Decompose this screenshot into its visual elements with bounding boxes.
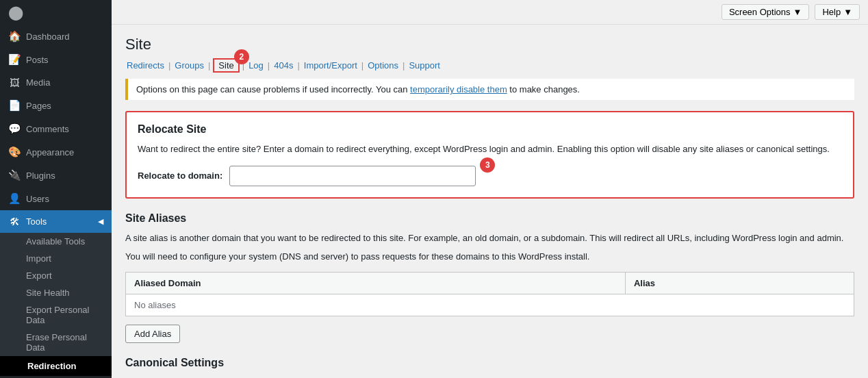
help-chevron: ▼ [843,7,852,17]
table-row: No aliases [126,294,854,316]
relocate-form-row: Relocate to domain: 3 [138,166,842,186]
relocate-input-wrapper: 3 [229,166,476,186]
nav-tabs: Redirects | Groups | Site 2 | Log | 404s… [125,60,854,71]
page-content: Site Redirects | Groups | Site 2 | Log |… [112,25,868,378]
sidebar-item-pages[interactable]: 📄 Pages [0,94,112,117]
col-alias: Alias [625,272,854,294]
help-button[interactable]: Help ▼ [815,4,860,20]
aliases-desc1: A site alias is another domain that you … [125,231,854,245]
main-content: Screen Options ▼ Help ▼ Site Redirects |… [112,0,868,378]
sidebar-item-label: Appearance [26,147,74,158]
submenu-redirection[interactable]: Redirection [0,356,112,376]
canonical-section: Canonical Settings [125,357,854,369]
topbar: Screen Options ▼ Help ▼ [112,0,868,25]
notice-suffix: to make changes. [507,84,580,94]
submenu-export-personal[interactable]: Export Personal Data [0,301,112,329]
aliases-section: Site Aliases A site alias is another dom… [125,212,854,343]
submenu-site-health[interactable]: Site Health [0,284,112,301]
sidebar-item-tools[interactable]: 🛠 Tools ◀ [0,210,112,233]
badge-3: 3 [480,158,495,173]
add-alias-button[interactable]: Add Alias [125,325,180,343]
plugins-icon: 🔌 [8,169,21,181]
aliases-desc2: You will need to configure your system (… [125,250,854,264]
sidebar-item-label: Pages [26,101,51,111]
aliases-title: Site Aliases [125,212,854,225]
submenu-import[interactable]: Import [0,250,112,267]
media-icon: 🖼 [8,77,21,88]
relocate-box: Relocate Site Want to redirect the entir… [125,111,854,199]
sidebar-item-label: Comments [26,124,69,134]
no-aliases-cell: No aliases [126,294,854,316]
appearance-icon: 🎨 [8,146,21,158]
tools-submenu: Available Tools Import Export Site Healt… [0,233,112,376]
dashboard-icon: 🏠 [8,30,21,42]
users-icon: 👤 [8,192,21,205]
relocate-title: Relocate Site [138,123,842,136]
submenu-export[interactable]: Export [0,267,112,284]
sidebar-item-label: Plugins [26,171,55,181]
comments-icon: 💬 [8,123,21,135]
sidebar-item-label: Dashboard [26,32,70,42]
screen-options-button[interactable]: Screen Options ▼ [722,4,809,20]
tab-log[interactable]: Log [247,60,265,71]
tab-support[interactable]: Support [407,60,442,71]
tab-redirects[interactable]: Redirects [125,60,166,71]
tools-icon: 🛠 [8,216,21,227]
submenu-available-tools[interactable]: Available Tools [0,233,112,250]
submenu-erase-personal[interactable]: Erase Personal Data [0,329,112,356]
sidebar-item-users[interactable]: 👤 Users [0,187,112,210]
screen-options-chevron: ▼ [793,7,802,17]
sidebar-logo: ⬤ [0,0,112,25]
canonical-title: Canonical Settings [125,357,854,369]
relocate-label: Relocate to domain: [138,171,222,181]
notice-link[interactable]: temporarily disable them [410,84,507,94]
tools-arrow: ◀ [98,217,103,226]
page-title: Site [125,36,854,53]
tab-site-wrapper: Site 2 [213,60,239,71]
sidebar-item-comments[interactable]: 💬 Comments [0,117,112,140]
tab-import-export[interactable]: Import/Export [303,60,359,71]
tab-404s[interactable]: 404s [272,60,294,71]
sidebar-item-label: Tools [26,216,47,227]
pages-icon: 📄 [8,99,21,112]
aliases-table: Aliased Domain Alias No aliases [125,272,854,316]
sidebar-item-plugins[interactable]: 🔌 Plugins [0,164,112,187]
sidebar-item-posts[interactable]: 📝 Posts [0,48,112,71]
sidebar-item-media[interactable]: 🖼 Media [0,71,112,94]
sidebar-item-dashboard[interactable]: 🏠 Dashboard [0,25,112,48]
sidebar-item-label: Media [26,77,50,88]
relocate-desc: Want to redirect the entire site? Enter … [138,142,842,156]
relocate-input[interactable] [229,166,476,186]
screen-options-label: Screen Options [729,7,791,17]
tab-options[interactable]: Options [366,60,400,71]
sidebar-item-label: Posts [26,55,49,65]
sidebar: ⬤ 🏠 Dashboard 📝 Posts 🖼 Media 📄 Pages 💬 … [0,0,112,378]
sidebar-item-appearance[interactable]: 🎨 Appearance [0,140,112,164]
notice-box: Options on this page can cause problems … [125,79,854,100]
badge-2: 2 [234,49,249,64]
tab-groups[interactable]: Groups [173,60,205,71]
sidebar-item-label: Users [26,194,49,204]
wp-logo-icon: ⬤ [8,4,23,21]
notice-text: Options on this page can cause problems … [136,84,410,94]
col-aliased-domain: Aliased Domain [126,272,626,294]
posts-icon: 📝 [8,53,21,66]
help-label: Help [822,7,841,17]
